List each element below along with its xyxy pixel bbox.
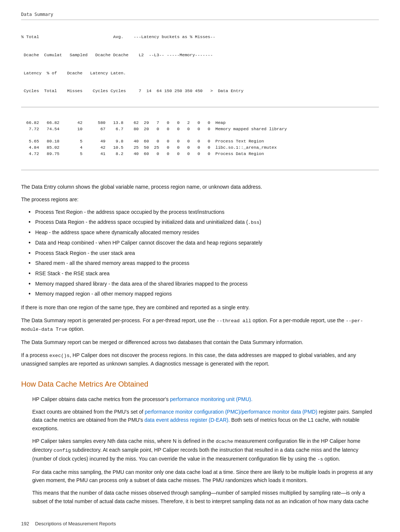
para6-part1: If a process — [21, 352, 49, 358]
data-summary-label: Data Summary — [21, 11, 379, 18]
table-row: 5.65 80.18 5 49 9.8 40 60 0 0 0 0 0 0 Pr… — [21, 138, 379, 145]
list-item: Shared mem - all the shared memory areas… — [29, 259, 379, 267]
section-para1-part1: HP Caliper obtains data cache metrics fr… — [32, 396, 170, 402]
section-para5: This means that the number of data cache… — [32, 489, 379, 505]
table-row: 4.84 85.02 4 42 10.5 25 50 25 0 0 0 0 0 … — [21, 145, 379, 151]
section-para1: HP Caliper obtains data cache metrics fr… — [32, 395, 379, 403]
table-header-row1: % Total Avg. ---Latency buckets as % Mis… — [21, 34, 379, 40]
table-header-row3: Latency % of Dcache Latency Laten. — [21, 70, 379, 77]
list-item: Heap - the address space where dynamical… — [29, 229, 379, 237]
section-para3-code1: dcache — [216, 439, 233, 444]
section-para4: For data cache miss sampling, the PMU ca… — [32, 468, 379, 485]
section-para3-part4: option. — [323, 456, 340, 462]
para3: If there is more than one region of the … — [21, 303, 379, 312]
para6-part2: , HP Caliper does not discover the proce… — [21, 352, 356, 367]
table-row: 66.82 66.82 42 580 13.8 62 29 7 0 0 2 0 … — [21, 120, 379, 126]
para6-code1: exec()s — [49, 353, 70, 358]
section-content: HP Caliper obtains data cache metrics fr… — [32, 395, 379, 506]
section-para2-link2[interactable]: data event address register (D-EAR). — [144, 417, 230, 423]
section-para3: HP Caliper takes samples every Nth data … — [32, 437, 379, 463]
para4-part2: option. For a per-module report, use the — [251, 317, 346, 323]
table-header-row4: Cycles Total Misses Cycles Cycles 7 14 6… — [21, 88, 379, 94]
page-number: 192 — [21, 520, 29, 528]
para5: The Data Summary report can be merged or… — [21, 338, 379, 346]
para4: The Data Summary report is generated per… — [21, 316, 379, 334]
list-item: Process Text Region - the address space … — [29, 208, 379, 216]
para1: The Data Entry column shows the global v… — [21, 183, 379, 191]
section-para1-link[interactable]: performance monitoring unit (PMU). — [170, 396, 253, 402]
page-footer: 192 Descriptions of Measurement Reports — [21, 520, 379, 528]
table-rows: 66.82 66.82 42 580 13.8 62 29 7 0 0 2 0 … — [21, 120, 379, 157]
para4-part1: The Data Summary report is generated per… — [21, 317, 217, 323]
table-row: 4.72 89.75 5 41 8.2 40 60 0 0 0 0 0 0 Pr… — [21, 151, 379, 157]
para4-code1: --thread all — [217, 318, 251, 324]
list-item: RSE Stack - the RSE stack area — [29, 270, 379, 278]
top-divider — [21, 20, 379, 20]
list-item: Memory mapped shared library - the data … — [29, 280, 379, 288]
bullet-list: Process Text Region - the address space … — [29, 208, 379, 299]
section-para2-link[interactable]: performance monitor configuration (PMC)/… — [145, 409, 317, 415]
table-divider-bottom — [21, 170, 379, 170]
footer-text: Descriptions of Measurement Reports — [35, 520, 116, 528]
list-item: Memory mapped region - all other memory … — [29, 290, 379, 298]
list-item: Data and Heap combined - when HP Caliper… — [29, 239, 379, 247]
section-para3-code2: config — [54, 448, 71, 453]
para4-part3: option. — [67, 326, 84, 332]
data-table: % Total Avg. ---Latency buckets as % Mis… — [21, 22, 379, 177]
table-row: 7.72 74.54 10 67 6.7 80 20 0 0 0 0 0 0 M… — [21, 126, 379, 132]
section-heading: How Data Cache Metrics Are Obtained — [21, 378, 379, 390]
table-row — [21, 132, 379, 139]
code-bss: .bss — [248, 220, 259, 225]
para6: If a process exec()s, HP Caliper does no… — [21, 351, 379, 368]
para2: The process regions are: — [21, 195, 379, 203]
section-para3-part3: subdirectory. At each sample point, HP C… — [32, 447, 359, 462]
section-para2-part1: Exact counts are obtained from the PMU's… — [32, 409, 145, 415]
section-para3-part1: HP Caliper takes samples every Nth data … — [32, 438, 216, 444]
table-divider-top — [21, 107, 379, 107]
section-para3-code3: -s — [317, 457, 323, 462]
list-item: Process Stack Region - the user stack ar… — [29, 249, 379, 257]
section-para2: Exact counts are obtained from the PMU's… — [32, 408, 379, 432]
table-header-row2: Dcache Cumulat Sampled Dcache Dcache L2 … — [21, 52, 379, 58]
list-item: Process Data Region - the address space … — [29, 218, 379, 226]
